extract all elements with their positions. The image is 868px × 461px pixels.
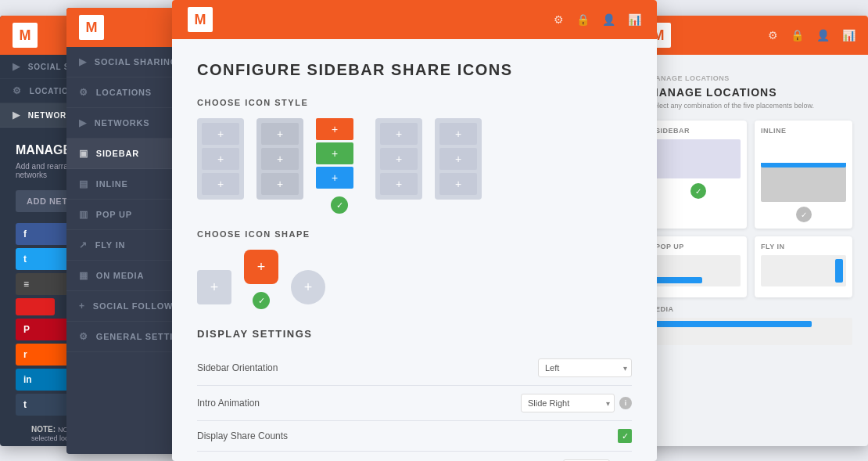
icon-style-colored-box: + + + — [316, 118, 363, 189]
nav-arrow-icon: ▶ — [13, 61, 20, 72]
main-lock-icon[interactable]: 🔒 — [576, 13, 590, 26]
shape-square-option[interactable]: + — [197, 270, 231, 309]
mid-social-follow-icon: + — [79, 301, 85, 312]
location-flyin[interactable]: FLY IN — [755, 236, 852, 297]
back-right-header: M ⚙ 🔒 👤 📊 — [633, 16, 868, 55]
icon-shape-section-title: CHOOSE ICON SHAPE — [197, 229, 632, 239]
mid-general-settings-icon: ⚙ — [79, 331, 88, 342]
main-logo: M — [188, 7, 213, 32]
chart-icon[interactable]: 📊 — [842, 29, 855, 41]
main-user-icon[interactable]: 👤 — [602, 13, 615, 26]
stack-icon: ≡ — [23, 279, 29, 290]
intro-animation-info-icon[interactable]: i — [619, 397, 632, 409]
app-logo: M — [13, 23, 38, 48]
minimal-cell-1: + — [439, 123, 477, 145]
location-media-section: MEDIA — [649, 305, 852, 345]
main-configure-panel: M ⚙ 🔒 👤 📊 CONFIGURE SIDEBAR SHARE ICONS … — [172, 0, 657, 461]
popup-label: POP UP — [655, 243, 741, 250]
mid-locations-icon: ⚙ — [79, 87, 88, 98]
main-header-icons: ⚙ 🔒 👤 📊 — [554, 13, 641, 26]
main-settings-icon[interactable]: ⚙ — [554, 13, 564, 26]
shape-circle-option[interactable]: + — [291, 270, 325, 309]
intro-animation-select[interactable]: Slide Right Slide Left Fade None — [521, 394, 615, 412]
page-title: CONFIGURE SIDEBAR SHARE ICONS — [197, 61, 632, 79]
media-preview — [649, 318, 852, 345]
mid-flyin-icon: ↗ — [79, 240, 88, 250]
lock-icon[interactable]: 🔒 — [791, 29, 804, 41]
icon-style-outlined-box: + + + — [375, 118, 422, 200]
mid-sidebar-icon: ▣ — [79, 148, 88, 159]
icon-style-minimal[interactable]: + + + — [435, 118, 482, 214]
display-share-counts-row: Display Share Counts ✓ — [197, 421, 632, 452]
plain-cell-1: + — [202, 123, 239, 145]
minimum-count-row: Minimum Count Display i — [197, 452, 632, 461]
colored-selected-check: ✓ — [331, 196, 348, 214]
main-content-area: CONFIGURE SIDEBAR SHARE ICONS CHOOSE ICO… — [172, 39, 657, 461]
mid-networks-icon: ▶ — [79, 117, 87, 128]
mid-onmedia-icon: ▦ — [79, 270, 88, 281]
minimal-cell-2: + — [439, 148, 477, 170]
location-sidebar[interactable]: SIDEBAR ✓ — [649, 121, 747, 229]
sidebar-check: ✓ — [655, 183, 741, 199]
popup-preview — [655, 255, 741, 286]
icon-style-section-title: CHOOSE ICON STYLE — [197, 98, 632, 107]
back-right-panel: M ⚙ 🔒 👤 📊 MANAGE LOCATIONS MANAGE LOCATI… — [633, 16, 868, 446]
twitter-icon: t — [23, 254, 27, 265]
sidebar-orientation-select-wrapper: Left Right — [538, 358, 632, 377]
display-share-counts-checkbox[interactable]: ✓ — [618, 429, 632, 443]
locations-subtitle: Select any combination of the five place… — [649, 102, 852, 110]
header-icons-right: ⚙ 🔒 👤 📊 — [768, 29, 855, 41]
nav-gear-icon: ⚙ — [13, 85, 22, 96]
icon-style-outlined[interactable]: + + + — [375, 118, 422, 214]
shape-circle-box: + — [291, 270, 325, 304]
display-share-counts-label: Display Share Counts — [197, 430, 288, 441]
intro-animation-select-wrapper: Slide Right Slide Left Fade None — [521, 394, 615, 412]
colored-cell-1: + — [316, 118, 353, 140]
colored-cell-3: + — [316, 167, 353, 189]
shape-rounded-selected-check: ✓ — [253, 292, 270, 309]
main-chart-icon[interactable]: 📊 — [628, 13, 641, 26]
icon-style-colored[interactable]: + + + ✓ — [316, 118, 363, 214]
tumblr-icon: t — [23, 399, 27, 410]
colored-cell-2: + — [316, 142, 353, 164]
locations-grid: SIDEBAR ✓ INLINE ✓ POP UP — [649, 121, 852, 297]
sidebar-orientation-row: Sidebar Orientation Left Right — [197, 351, 632, 386]
location-inline[interactable]: INLINE ✓ — [755, 121, 852, 229]
icon-style-boxed-box: + + + — [256, 118, 303, 200]
sidebar-label: SIDEBAR — [655, 127, 741, 135]
plain-cell-3: + — [202, 173, 239, 195]
outlined-cell-1: + — [380, 123, 418, 145]
mid-inline-icon: ▤ — [79, 178, 88, 189]
intro-animation-control: Slide Right Slide Left Fade None i — [521, 394, 632, 412]
mid-popup-icon: ▥ — [79, 209, 88, 220]
icon-style-boxed[interactable]: + + + — [256, 118, 303, 214]
icon-style-plain[interactable]: + + + — [197, 118, 244, 214]
pinterest-icon: P — [23, 324, 30, 335]
plain-cell-2: + — [202, 148, 239, 170]
display-settings-title: DISPLAY SETTINGS — [197, 328, 632, 340]
inline-label: INLINE — [761, 127, 846, 135]
mid-logo: M — [79, 15, 104, 40]
boxed-cell-2: + — [261, 148, 299, 170]
intro-animation-label: Intro Animation — [197, 398, 260, 409]
shape-square-box: + — [197, 270, 231, 304]
nav-networks-icon: ▶ — [13, 110, 20, 121]
icon-style-options: + + + + + + + + + ✓ — [197, 118, 632, 214]
user-icon[interactable]: 👤 — [816, 29, 830, 41]
minimal-cell-3: + — [439, 173, 477, 195]
outlined-cell-2: + — [380, 148, 418, 170]
icon-shape-options: + + ✓ + — [197, 250, 632, 309]
shape-rounded-option[interactable]: + ✓ — [244, 250, 278, 309]
location-popup[interactable]: POP UP — [649, 236, 747, 297]
inline-not-selected-icon: ✓ — [796, 207, 812, 222]
sidebar-orientation-select[interactable]: Left Right — [538, 358, 632, 377]
network-flip[interactable] — [16, 298, 55, 315]
inline-check: ✓ — [761, 207, 846, 222]
main-header: M ⚙ 🔒 👤 📊 — [172, 0, 657, 39]
flyin-preview — [761, 255, 846, 286]
back-right-content: MANAGE LOCATIONS MANAGE LOCATIONS Select… — [633, 55, 868, 361]
flyin-label: FLY IN — [761, 243, 846, 250]
mid-social-share-icon: ▶ — [79, 56, 87, 67]
media-label: MEDIA — [649, 305, 852, 313]
settings-icon[interactable]: ⚙ — [768, 29, 778, 41]
